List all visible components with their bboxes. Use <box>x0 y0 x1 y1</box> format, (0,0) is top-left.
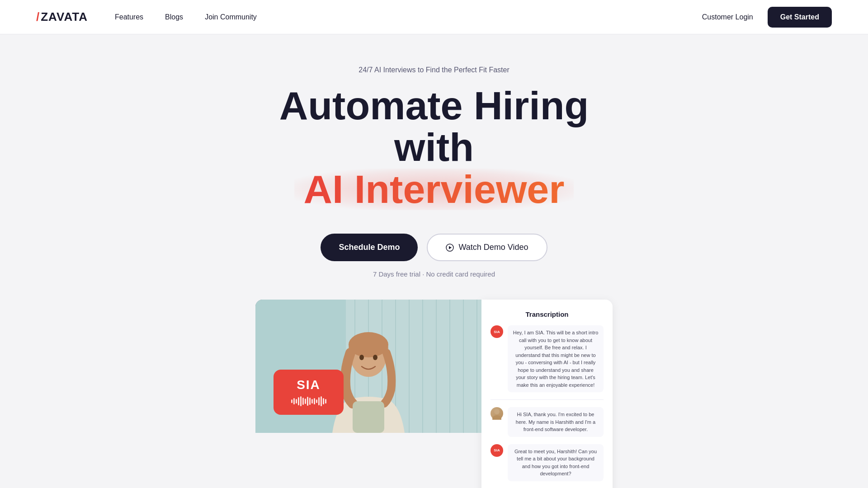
nav-links: Features Blogs Join Community <box>115 13 702 21</box>
hero-section: 24/7 AI Interviews to Find the Perfect F… <box>0 34 868 488</box>
wave-bar-4 <box>298 397 299 405</box>
customer-login-link[interactable]: Customer Login <box>702 13 753 21</box>
nav-link-join-community[interactable]: Join Community <box>205 13 257 21</box>
logo-text: /ZAVATA <box>36 10 88 24</box>
nav-link-features[interactable]: Features <box>115 13 143 21</box>
user-avatar-icon-1 <box>491 407 503 420</box>
wave-bar-3 <box>296 399 297 404</box>
transcript-avatar-sia-1: SIA <box>491 325 503 338</box>
sia-waveform <box>291 396 326 407</box>
transcript-text-3: Great to meet you, Harshith! Can you tel… <box>508 444 604 481</box>
transcript-message-1: SIA Hey, I am SIA. This will be a short … <box>491 325 604 392</box>
transcript-separator-1 <box>491 399 604 400</box>
wave-bar-1 <box>291 399 292 403</box>
wave-bar-14 <box>321 396 322 406</box>
svg-point-18 <box>373 355 377 360</box>
transcript-message-2: Hi SIA, thank you. I'm excited to be her… <box>491 407 604 437</box>
svg-point-21 <box>492 415 501 420</box>
sia-label: SIA <box>297 378 321 392</box>
sia-badge: SIA <box>274 370 344 415</box>
transcription-title: Transcription <box>491 310 604 318</box>
schedule-demo-button[interactable]: Schedule Demo <box>321 234 418 261</box>
wave-bar-8 <box>307 397 308 406</box>
navigation: /ZAVATA Features Blogs Join Community Cu… <box>0 0 868 34</box>
wave-bar-13 <box>318 397 320 405</box>
wave-bar-7 <box>305 399 306 404</box>
wave-bar-9 <box>309 398 311 405</box>
demo-video-container: SIA <box>255 300 481 433</box>
wave-bar-16 <box>325 399 326 404</box>
transcript-message-3: SIA Great to meet you, Harshith! Can you… <box>491 444 604 481</box>
hero-subtext: 7 Days free trial · No credit card requi… <box>373 270 495 278</box>
wave-bar-2 <box>293 398 295 404</box>
play-icon <box>446 244 454 252</box>
svg-point-20 <box>494 409 500 414</box>
demo-section: SIA <box>102 300 766 488</box>
nav-link-blogs[interactable]: Blogs <box>165 13 183 21</box>
hero-tagline: 24/7 AI Interviews to Find the Perfect F… <box>359 66 509 74</box>
hero-title: Automate Hiring with AI Interviewer <box>279 85 589 210</box>
transcript-avatar-user-1 <box>491 407 503 420</box>
wave-bar-12 <box>316 399 317 403</box>
hero-title-line2: with <box>394 125 474 169</box>
svg-marker-1 <box>449 246 452 249</box>
watch-demo-button[interactable]: Watch Demo Video <box>427 234 547 261</box>
hero-title-highlight-text: AI Interviewer <box>303 167 564 211</box>
wave-bar-6 <box>302 398 304 405</box>
hero-title-line1: Automate Hiring <box>279 83 589 128</box>
svg-rect-19 <box>353 401 384 433</box>
transcript-text-2: Hi SIA, thank you. I'm excited to be her… <box>508 407 604 437</box>
wave-bar-11 <box>314 398 315 404</box>
demo-video-background: SIA <box>255 300 481 433</box>
transcription-panel: Transcription SIA Hey, I am SIA. This wi… <box>481 300 613 488</box>
watch-demo-label: Watch Demo Video <box>458 243 528 252</box>
transcript-avatar-sia-2: SIA <box>491 444 503 457</box>
wave-bar-15 <box>323 398 324 404</box>
hero-title-highlight-wrapper: AI Interviewer <box>294 169 573 210</box>
transcript-text-1: Hey, I am SIA. This will be a short intr… <box>508 325 604 392</box>
hero-buttons: Schedule Demo Watch Demo Video <box>321 234 547 261</box>
svg-point-17 <box>359 355 364 360</box>
logo[interactable]: /ZAVATA <box>36 10 88 24</box>
wave-bar-5 <box>300 396 302 406</box>
get-started-button[interactable]: Get Started <box>768 7 832 28</box>
logo-slash: / <box>36 10 40 23</box>
wave-bar-10 <box>311 399 313 404</box>
nav-right: Customer Login Get Started <box>702 7 832 28</box>
